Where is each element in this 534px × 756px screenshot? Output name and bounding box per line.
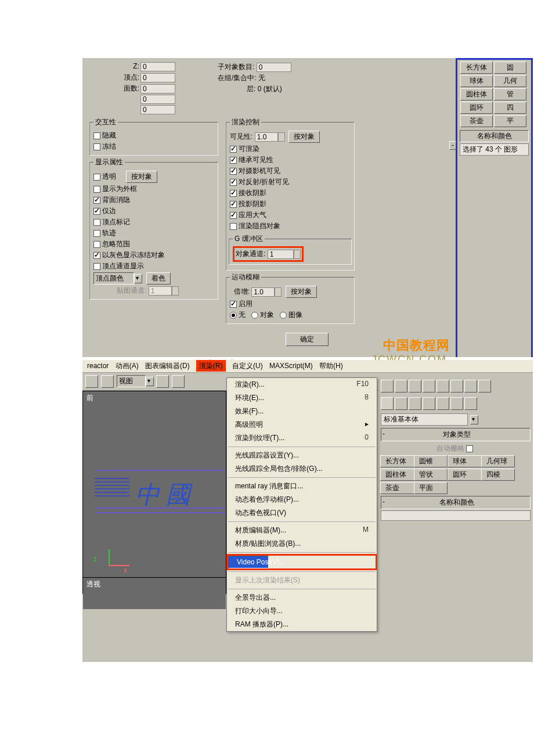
cat-icon[interactable] <box>395 397 407 410</box>
geom-geo[interactable]: 几何 <box>494 75 526 87</box>
menu-reactor[interactable]: reactor <box>87 362 109 370</box>
gray-freeze-checkbox[interactable] <box>93 252 100 259</box>
z-value[interactable]: 0 <box>140 62 175 71</box>
backface-checkbox[interactable] <box>93 197 100 204</box>
menu-item[interactable]: 动态着色视口(V) <box>227 506 377 520</box>
menu-item[interactable]: mental ray 消息窗口... <box>227 480 377 493</box>
map-chan-value[interactable]: 1 <box>149 286 172 296</box>
geom-button[interactable]: 长方体 <box>380 455 414 467</box>
panel-icon[interactable] <box>436 380 449 393</box>
atmos-checkbox[interactable] <box>230 212 237 219</box>
edges-checkbox[interactable] <box>93 208 100 215</box>
cat-icon[interactable] <box>436 397 449 410</box>
by-object-button-1[interactable]: 按对象 <box>126 171 157 183</box>
geom-circle[interactable]: 圆 <box>494 62 526 74</box>
menu-item[interactable]: 全景导出器... <box>227 591 377 604</box>
panel-icon[interactable] <box>381 380 394 393</box>
spinner-icon[interactable] <box>278 132 285 142</box>
tool-icon[interactable] <box>156 375 169 388</box>
cat-icon[interactable] <box>423 397 435 410</box>
inherit-checkbox[interactable] <box>230 157 237 164</box>
object-type-rollout[interactable]: -对象类型 <box>381 428 531 441</box>
menu-item[interactable]: 打印大小向导... <box>227 604 377 618</box>
geom-button[interactable]: 圆柱体 <box>380 469 414 481</box>
menu-item[interactable]: 光线跟踪全局包含/排除(G)... <box>227 462 377 476</box>
tool-icon[interactable] <box>85 375 98 388</box>
panel-icon[interactable] <box>450 380 463 393</box>
dropdown-icon[interactable] <box>146 377 154 386</box>
view-select[interactable]: 视图 <box>117 375 146 387</box>
minus-button[interactable]: - <box>449 141 456 150</box>
panel-icon[interactable] <box>464 380 477 393</box>
spinner-icon[interactable] <box>275 287 282 297</box>
menu-render[interactable]: 渲染(R) <box>196 360 226 372</box>
visibility-value[interactable]: 1.0 <box>255 132 278 142</box>
geom-button[interactable]: 几何球 <box>481 455 515 467</box>
wireframe-checkbox[interactable] <box>93 186 100 193</box>
geom-torus[interactable]: 圆环 <box>460 102 493 114</box>
panel-icon[interactable] <box>478 380 491 393</box>
category-select[interactable]: 标准基本体 <box>381 413 468 426</box>
cat-icon[interactable] <box>464 397 477 410</box>
shade-button[interactable]: 着色 <box>146 272 171 285</box>
geom-button[interactable]: 球体 <box>448 455 481 467</box>
tool-icon[interactable] <box>172 375 185 388</box>
geom-quad[interactable]: 四 <box>494 102 526 114</box>
occlusion-checkbox[interactable] <box>230 223 237 230</box>
cat-icon[interactable] <box>450 397 463 410</box>
hide-checkbox[interactable] <box>93 132 100 139</box>
menu-item[interactable]: 渲染(R)...F10 <box>227 378 377 391</box>
by-object-button-3[interactable]: 按对象 <box>286 286 317 298</box>
geom-button[interactable]: 圆环 <box>448 469 481 481</box>
menu-maxscript[interactable]: MAXScript(M) <box>269 362 313 370</box>
viewport-front[interactable]: 前 中 國 zx 透视 <box>82 391 226 594</box>
dropdown-icon[interactable] <box>470 415 478 424</box>
menu-anim[interactable]: 动画(A) <box>116 362 139 370</box>
cat-icon[interactable] <box>381 397 394 410</box>
chan-value[interactable]: 1 <box>268 250 294 259</box>
geom-plane[interactable]: 平 <box>494 115 526 127</box>
reflect-checkbox[interactable] <box>230 179 237 186</box>
vtx-color-select[interactable]: 顶点颜色 <box>93 272 134 285</box>
menu-item[interactable]: 动态着色浮动框(P)... <box>227 493 377 506</box>
name-input[interactable] <box>381 510 531 521</box>
panel-icon[interactable] <box>395 380 407 393</box>
geom-tube[interactable]: 管 <box>494 88 526 100</box>
auto-grid-checkbox[interactable] <box>466 445 473 452</box>
tool-icon[interactable] <box>101 375 114 388</box>
panel-icon[interactable] <box>409 380 421 393</box>
menu-item[interactable]: 材质编辑器(M)...M <box>227 524 377 537</box>
enable-checkbox[interactable] <box>230 301 237 308</box>
mult-value[interactable]: 1.0 <box>251 287 275 297</box>
geom-button[interactable]: 圆锥 <box>414 455 448 467</box>
geom-teapot[interactable]: 茶壶 <box>460 115 493 127</box>
geom-cyl[interactable]: 圆柱体 <box>460 88 493 100</box>
dropdown-icon[interactable] <box>134 274 142 283</box>
vtx-chan-checkbox[interactable] <box>93 263 100 270</box>
trajectory-checkbox[interactable] <box>93 230 100 237</box>
panel-icon[interactable] <box>423 380 435 393</box>
spinner-icon[interactable] <box>294 250 301 259</box>
geom-button[interactable]: 平面 <box>414 482 448 494</box>
camera-checkbox[interactable] <box>230 168 237 175</box>
renderable-checkbox[interactable] <box>230 146 237 153</box>
object-radio[interactable] <box>251 312 258 319</box>
menu-custom[interactable]: 自定义(U) <box>232 362 263 370</box>
none-radio[interactable] <box>230 312 237 319</box>
menu-item[interactable]: 渲染到纹理(T)...0 <box>227 431 377 445</box>
geom-button[interactable]: 管状 <box>414 469 448 481</box>
menu-item[interactable]: Video Post(V)... <box>228 556 269 568</box>
recv-shadow-checkbox[interactable] <box>230 190 237 197</box>
menu-item[interactable]: RAM 播放器(P)... <box>227 618 377 631</box>
geom-button[interactable]: 四棱 <box>481 469 515 481</box>
menu-item[interactable]: 环境(E)...8 <box>227 391 377 405</box>
geom-sphere[interactable]: 球体 <box>460 75 493 87</box>
menu-item[interactable]: 材质/贴图浏览器(B)... <box>227 537 377 550</box>
by-object-button-2[interactable]: 按对象 <box>288 131 320 143</box>
vtx-mark-checkbox[interactable] <box>93 219 100 226</box>
freeze-checkbox[interactable] <box>93 143 100 150</box>
transparent-checkbox[interactable] <box>93 174 100 181</box>
menu-item[interactable]: 效果(F)... <box>227 405 377 418</box>
geom-button[interactable]: 茶壶 <box>380 482 414 494</box>
ignore-checkbox[interactable] <box>93 241 100 248</box>
